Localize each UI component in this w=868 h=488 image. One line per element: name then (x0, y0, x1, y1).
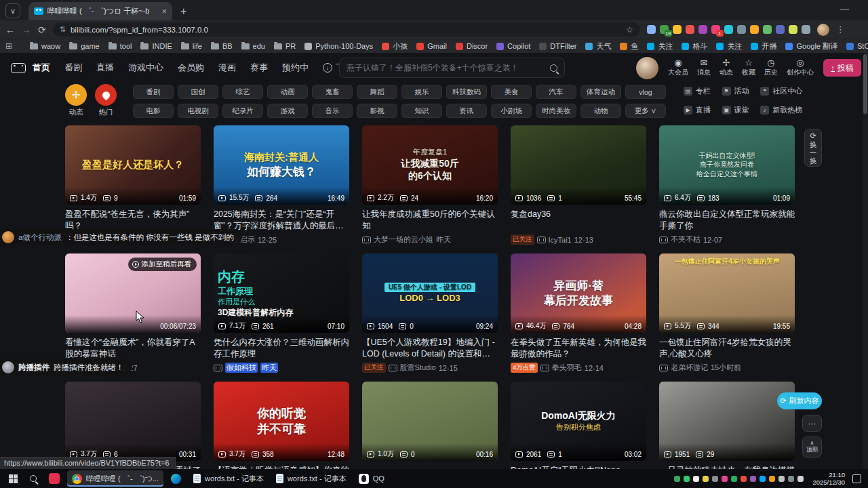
extension-icon[interactable] (673, 25, 682, 34)
tray-icon[interactable] (741, 476, 747, 482)
category-pill[interactable]: 美食 (491, 85, 532, 99)
extension-icon[interactable] (724, 25, 733, 34)
tray-icon[interactable] (703, 476, 709, 482)
tray-icon[interactable] (722, 476, 728, 482)
bookmark-item[interactable]: Google 翻译 (785, 41, 837, 52)
video-title[interactable]: 燕云你敢出自定义体型正常玩家就能手撕了你 (659, 209, 795, 232)
browser-tab[interactable]: 哔哩哔哩 ( ゜- ゜)つロ 干杯~-b × (28, 2, 172, 20)
category-pill[interactable]: 小剧场 (491, 104, 532, 118)
roll-videos-button[interactable]: ⟳ 换一换 (804, 129, 822, 167)
category-pill[interactable]: 音乐 (312, 104, 353, 118)
video-card[interactable]: 195129一只灵敏的猫走过来，在我身边摸摸放松 (659, 382, 795, 469)
video-uploader-row[interactable]: 4万点赞拳头羽毛12-14 (511, 363, 646, 373)
category-pill[interactable]: 动画 (267, 85, 308, 99)
video-card[interactable]: 干妈出自定义体型!燕子你竟然发问卷给全自定义这个事情6.4万18301:09燕云… (659, 125, 795, 245)
watch-later-tooltip[interactable]: 添加至稍后再看 (128, 258, 197, 271)
quick-link-专栏[interactable]: ▤专栏 (684, 86, 711, 96)
video-thumbnail[interactable]: 年度复盘1让我减重50斤的6个认知2.2万2416:20 (362, 125, 498, 205)
tray-icon[interactable] (769, 476, 775, 482)
video-card[interactable]: 异画师·替幕后开发故事46.4万76404:28在拳头做了五年新英雄，为何他是我… (511, 253, 646, 373)
video-thumbnail[interactable]: 内存工作原理作用是什么3D建模科普解析内存7.1万26107:10 (214, 253, 349, 333)
more-options-button[interactable]: ··· (802, 415, 822, 432)
quick-link-新歌热榜[interactable]: ♪新歌热榜 (760, 105, 803, 115)
nav-item-会员购[interactable]: 会员购 (178, 62, 204, 74)
bookmark-item[interactable]: PR (274, 42, 296, 50)
extension-icon[interactable] (763, 25, 772, 34)
reload-icon[interactable]: ⟳ (38, 24, 46, 35)
category-pill[interactable]: 国创 (178, 85, 218, 99)
bookmark-item[interactable]: StCharts (846, 42, 868, 50)
uploader-name[interactable]: IcyTai1 (549, 236, 572, 244)
url-bar[interactable]: ⇅ bilibili.com/?spm_id_from=333.1007.0.0… (53, 22, 640, 37)
scrollbar-thumb[interactable] (863, 54, 867, 114)
bookmark-item[interactable]: 天气 (585, 41, 611, 52)
category-pill[interactable]: 知识 (401, 104, 442, 118)
video-title[interactable]: 看懂这个“金融魔术”，你就看穿了A股的暴富神话 (65, 337, 201, 360)
nav-item-首页[interactable]: 首页 (33, 62, 50, 74)
nav-item-游戏中心[interactable]: 游戏中心 (128, 62, 163, 74)
category-pill[interactable]: 纪录片 (222, 104, 263, 118)
tray-icon[interactable] (712, 476, 718, 482)
header-action-消息[interactable]: ✉消息 (697, 58, 711, 77)
extension-icon[interactable] (647, 25, 656, 34)
bookmark-item[interactable]: Copilot (496, 42, 530, 50)
video-thumbnail[interactable]: 1036155:45 (511, 125, 646, 205)
taskbar-task[interactable]: words.txt - 记事本 (189, 470, 269, 487)
category-pill[interactable]: 时尚美妆 (536, 104, 576, 118)
header-action-创作中心[interactable]: ◎创作中心 (787, 58, 814, 77)
extension-icon[interactable] (789, 25, 797, 34)
video-card[interactable]: 年度复盘1让我减重50斤的6个认知2.2万2416:20让我年度成功减重50斤的… (362, 125, 498, 245)
category-pill[interactable]: 汽车 (536, 85, 576, 99)
hot-circle-icon[interactable] (95, 84, 117, 106)
browser-menu-icon[interactable]: ⋮ (836, 24, 846, 35)
video-title[interactable]: 2025海南封关：是“关门”还是“开窗”？万字深度拆解普通人的最后一次红利跃迁—… (214, 209, 349, 232)
video-card[interactable]: 盈盈是好人还是坏人？1.4万901:59盈盈不配说“苍生无言，侠为其声”吗？ (65, 125, 201, 245)
video-title[interactable]: 让我年度成功减重50斤的6个关键认知 (362, 209, 498, 232)
video-uploader-row[interactable]: 老弟环游记15小时前 (659, 363, 795, 373)
video-title[interactable]: 【UE5个人游戏教程19】地编入门 - LOD (Levels of Detai… (362, 337, 498, 360)
search-box[interactable] (339, 58, 565, 78)
category-pill[interactable]: 科技数码 (446, 85, 487, 99)
notification-center-icon[interactable] (852, 474, 861, 483)
refresh-content-button[interactable]: ⟳ 刷新内容 (777, 392, 822, 409)
search-icon[interactable] (550, 64, 557, 72)
video-uploader-row[interactable]: 已关注IcyTai112-13 (511, 235, 646, 245)
uploader-name[interactable]: 不哭不枯 (671, 235, 701, 245)
video-title[interactable]: 凭什么内存大涨价？三维动画解析内存工作原理 (214, 337, 349, 360)
video-thumbnail[interactable]: 干妈出自定义体型!燕子你竟然发问卷给全自定义这个事情6.4万18301:09 (659, 125, 795, 205)
video-thumbnail[interactable]: 一包馍止住阿富汗4岁小女孩的哭声5.5万34419:55 (659, 253, 795, 333)
video-card[interactable]: 1036155:45复盘day36已关注IcyTai112-13 (511, 125, 646, 245)
window-minimize-icon[interactable]: — (840, 4, 849, 14)
video-thumbnail[interactable]: UE5 做个人游戏 - 设置LODLOD0 → LOD31504009:24 (362, 253, 498, 333)
video-uploader-row[interactable]: 大梦一场的云小姐昨天 (362, 235, 498, 245)
nav-item-漫画[interactable]: 漫画 (218, 62, 236, 74)
video-card[interactable]: DomoAI无限火力告别积分焦虑2061103:02DomoAI开启“无限火力”… (511, 382, 646, 469)
video-thumbnail[interactable]: 盈盈是好人还是坏人？1.4万901:59 (65, 125, 201, 205)
video-title[interactable]: 一包馍止住阿富汗4岁拾荒女孩的哭声,心酸又心疼 (659, 337, 795, 360)
video-thumbnail[interactable]: 1.0万000:16 (362, 382, 498, 461)
quick-link-活动[interactable]: ⚑活动 (722, 86, 750, 96)
header-action-动态[interactable]: ✢动态 (719, 58, 733, 77)
quick-link-课堂[interactable]: ▣课堂 (722, 105, 750, 115)
tray-icon[interactable] (693, 476, 699, 482)
category-pill[interactable]: 鬼畜 (312, 85, 353, 99)
extension-icon[interactable] (686, 25, 694, 34)
video-card[interactable]: 一包馍止住阿富汗4岁小女孩的哭声5.5万34419:55一包馍止住阿富汗4岁拾荒… (659, 253, 795, 373)
video-thumbnail[interactable]: 195129 (659, 382, 795, 461)
extension-icon[interactable] (750, 25, 759, 34)
category-pill[interactable]: 番剧 (133, 85, 174, 99)
taskbar-task[interactable]: QQ (354, 470, 389, 487)
video-card[interactable]: 内存工作原理作用是什么3D建模科普解析内存7.1万26107:10凭什么内存大涨… (214, 253, 349, 373)
taskbar-task[interactable]: 哔哩哔哩 ( ゜- ゜)つ... (67, 470, 163, 487)
category-pill[interactable]: 舞蹈 (357, 85, 397, 99)
tray-icon[interactable] (778, 476, 785, 482)
extension-icon[interactable] (802, 25, 810, 34)
bookmark-item[interactable]: 小孩 (382, 41, 408, 52)
tray-icon[interactable] (760, 476, 766, 482)
taskbar-start-button[interactable] (4, 470, 22, 487)
tray-icon[interactable] (788, 476, 794, 482)
category-pill[interactable]: 资讯 (446, 104, 487, 118)
uploader-name[interactable]: 假如科技 (225, 363, 258, 373)
tray-icon[interactable] (674, 476, 680, 482)
bookmark-item[interactable]: waow (30, 42, 60, 50)
